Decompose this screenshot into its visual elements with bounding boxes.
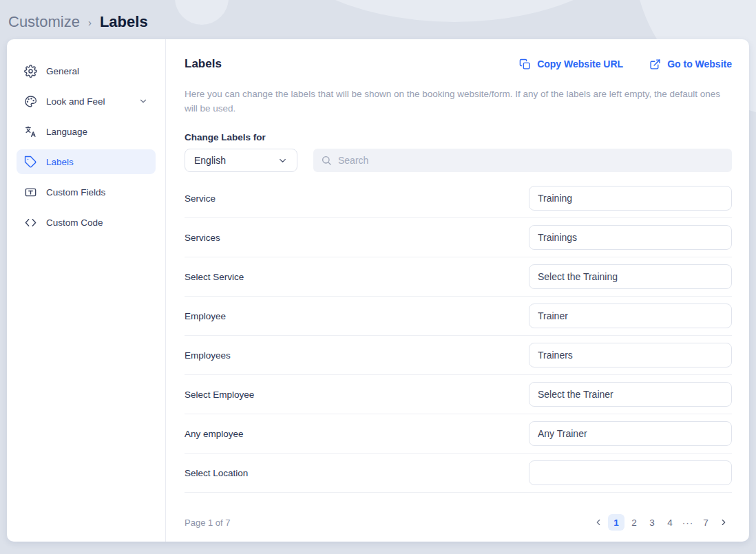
- sidebar-item-general[interactable]: General: [17, 58, 156, 83]
- chevron-left-icon[interactable]: [590, 514, 607, 531]
- label-name: Select Employee: [185, 390, 254, 400]
- search-icon: [321, 155, 332, 166]
- label-name: Select Location: [185, 468, 248, 478]
- sidebar-item-labels[interactable]: Labels: [17, 149, 156, 174]
- external-link-icon: [649, 58, 661, 70]
- label-row: Any employee: [185, 414, 732, 454]
- chevron-down-icon: [138, 96, 148, 106]
- label-name: Employees: [185, 350, 231, 361]
- label-value-input[interactable]: [529, 303, 732, 328]
- go-to-website-button[interactable]: Go to Website: [649, 58, 732, 70]
- chevron-right-icon[interactable]: [715, 514, 732, 531]
- breadcrumb: Customize › Labels: [0, 0, 756, 36]
- label-value-input[interactable]: [529, 343, 732, 367]
- breadcrumb-customize[interactable]: Customize: [8, 13, 80, 31]
- sidebar-item-label: Custom Code: [46, 217, 103, 228]
- page-button[interactable]: 4: [662, 514, 678, 531]
- label-name: Services: [185, 233, 220, 243]
- copy-icon: [519, 58, 531, 70]
- label-value-input[interactable]: [529, 382, 732, 407]
- label-row: Employee: [185, 297, 732, 336]
- label-row: Select Location: [185, 454, 732, 493]
- label-value-input[interactable]: [529, 460, 732, 485]
- description: Here you can change the labels that will…: [185, 87, 732, 116]
- label-name: Any employee: [185, 429, 244, 439]
- search-input[interactable]: [338, 155, 724, 166]
- translate-icon: [24, 125, 37, 138]
- code-icon: [24, 216, 37, 229]
- tag-icon: [24, 156, 37, 169]
- sidebar: General Look and Feel Language Labels: [7, 39, 166, 542]
- label-row: Employees: [185, 336, 732, 375]
- footer: Page 1 of 7 1234···7: [185, 502, 732, 531]
- sidebar-item-label: Look and Feel: [46, 96, 105, 107]
- label-name: Employee: [185, 311, 226, 321]
- label-name: Service: [185, 193, 216, 204]
- sidebar-item-language[interactable]: Language: [17, 119, 156, 144]
- page-button-active[interactable]: 1: [608, 514, 624, 531]
- page-ellipsis: ···: [680, 514, 696, 531]
- copy-website-url-button[interactable]: Copy Website URL: [519, 58, 623, 70]
- language-select-value: English: [194, 155, 226, 166]
- label-value-input[interactable]: [529, 225, 732, 250]
- sidebar-item-label: Language: [46, 127, 87, 137]
- page-info: Page 1 of 7: [185, 518, 231, 528]
- sidebar-item-custom-code[interactable]: Custom Code: [17, 210, 156, 235]
- breadcrumb-current-labels: Labels: [100, 13, 148, 31]
- sidebar-item-label: Custom Fields: [46, 187, 105, 198]
- breadcrumb-separator-icon: ›: [88, 15, 92, 28]
- go-to-website-label: Go to Website: [667, 58, 732, 70]
- settings-card: General Look and Feel Language Labels: [7, 39, 749, 542]
- page-title: Labels: [185, 57, 222, 71]
- label-row: Services: [185, 218, 732, 257]
- change-labels-for-label: Change Labels for: [185, 132, 732, 142]
- copy-website-url-label: Copy Website URL: [537, 58, 623, 70]
- chevron-down-icon: [277, 156, 288, 166]
- gear-icon: [24, 65, 37, 78]
- label-row: Select Service: [185, 257, 732, 297]
- label-name: Select Service: [185, 272, 244, 282]
- label-value-input[interactable]: [529, 421, 732, 446]
- sidebar-item-label: General: [46, 66, 79, 76]
- sidebar-item-look-and-feel[interactable]: Look and Feel: [17, 89, 156, 114]
- label-value-input[interactable]: [529, 186, 732, 211]
- text-field-icon: [24, 186, 37, 199]
- palette-icon: [24, 95, 37, 108]
- search-box: [313, 149, 732, 172]
- sidebar-item-label: Labels: [46, 157, 74, 167]
- page-button[interactable]: 7: [697, 514, 714, 531]
- page-button[interactable]: 3: [644, 514, 660, 531]
- language-select[interactable]: English: [185, 149, 297, 172]
- label-row: Service: [185, 179, 732, 218]
- label-rows: Service Services Select Service Employee…: [185, 179, 732, 493]
- page-button[interactable]: 2: [626, 514, 642, 531]
- main-content: Labels Copy Website URL Go to Website He…: [166, 39, 749, 542]
- pagination: 1234···7: [590, 514, 732, 531]
- sidebar-item-custom-fields[interactable]: Custom Fields: [17, 180, 156, 204]
- label-row: Select Employee: [185, 375, 732, 414]
- label-value-input[interactable]: [529, 264, 732, 289]
